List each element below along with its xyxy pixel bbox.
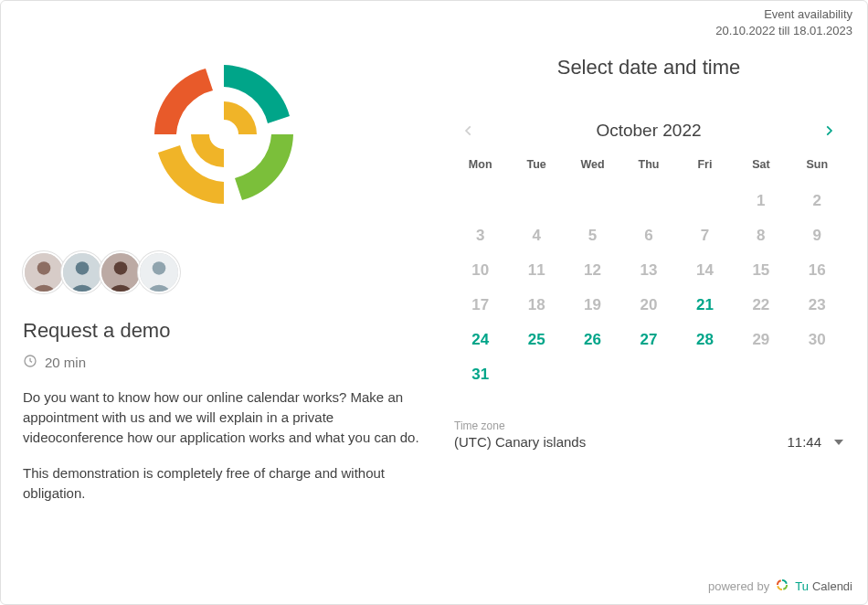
description-p1: Do you want to know how our online calen…: [23, 387, 425, 447]
calendar-day-unavailable: 7: [677, 218, 733, 253]
availability-range: 20.10.2022 till 18.01.2023: [715, 23, 852, 39]
calendar-day-unavailable: 6: [620, 218, 676, 253]
calendar-week: 17181920212223: [452, 288, 845, 323]
calendar-day-unavailable: 8: [733, 218, 789, 253]
calendar-day-unavailable: [733, 357, 789, 392]
next-month-button[interactable]: [814, 116, 843, 145]
description-p2: This demonstration is completely free of…: [23, 463, 425, 504]
availability-label: Event availability: [715, 6, 852, 23]
calendar-day-available[interactable]: 21: [677, 288, 733, 323]
calendar-day-available[interactable]: 25: [508, 323, 564, 357]
chevron-left-icon: [462, 124, 475, 137]
clock-logo-icon: [132, 43, 315, 226]
powered-by-footer[interactable]: powered by TuCalendi: [708, 578, 852, 595]
calendar-day-available[interactable]: 24: [452, 323, 508, 357]
brand-name: TuCalendi: [795, 579, 852, 593]
calendar-day-unavailable: [620, 357, 676, 392]
select-heading: Select date and time: [452, 56, 845, 80]
calendar-day-available[interactable]: 26: [565, 323, 620, 357]
calendar-day-unavailable: 4: [508, 218, 564, 253]
clock-icon: [23, 354, 37, 371]
calendar-day-unavailable: 18: [508, 288, 564, 323]
calendar-day-unavailable: [452, 184, 508, 218]
calendar-day-unavailable: [677, 184, 733, 218]
brand-mark-icon: [775, 578, 789, 595]
availability-block: Event availability 20.10.2022 till 18.01…: [715, 6, 852, 38]
calendar-day-unavailable: 14: [677, 253, 733, 288]
calendar-day-unavailable: [677, 357, 733, 392]
team-avatars: [23, 251, 425, 293]
calendar-day-unavailable: 9: [789, 218, 845, 253]
event-description: Do you want to know how our online calen…: [23, 387, 425, 504]
weekday-label: Thu: [620, 158, 676, 184]
timezone-time: 11:44: [787, 434, 821, 450]
calendar-day-unavailable: 3: [452, 218, 508, 253]
timezone-block: Time zone (UTC) Canary islands 11:44: [452, 419, 845, 450]
calendar-day-unavailable: 17: [452, 288, 508, 323]
weekday-label: Wed: [565, 158, 620, 184]
calendar-week: 31: [452, 357, 845, 392]
calendar-day-unavailable: [789, 357, 845, 392]
chevron-down-icon: [834, 440, 843, 445]
calendar-day-unavailable: 1: [733, 184, 789, 218]
duration-row: 20 min: [23, 354, 425, 371]
calendar-day-unavailable: 20: [620, 288, 676, 323]
svg-point-7: [153, 261, 166, 275]
weekday-label: Sun: [789, 158, 845, 184]
weekday-label: Fri: [677, 158, 733, 184]
svg-point-5: [114, 261, 128, 275]
weekday-label: Sat: [733, 158, 789, 184]
svg-point-3: [76, 261, 90, 275]
month-label: October 2022: [596, 121, 701, 141]
timezone-label: Time zone: [454, 419, 843, 432]
brand-logo: [23, 43, 425, 226]
calendar-grid: 1234567891011121314151617181920212223242…: [452, 184, 845, 392]
duration-value: 20 min: [45, 355, 86, 370]
timezone-select[interactable]: (UTC) Canary islands 11:44: [454, 434, 843, 450]
calendar-day-unavailable: 2: [789, 184, 845, 218]
date-picker-panel: Select date and time October 2022 MonTue…: [443, 47, 854, 558]
calendar-day-available[interactable]: 28: [677, 323, 733, 357]
avatar: [138, 251, 180, 293]
event-title: Request a demo: [23, 319, 425, 343]
calendar-week: 12: [452, 184, 845, 218]
calendar-day-unavailable: [508, 184, 564, 218]
calendar-day-unavailable: 15: [733, 253, 789, 288]
calendar-day-unavailable: 10: [452, 253, 508, 288]
calendar-day-unavailable: 30: [789, 323, 845, 357]
prev-month-button: [454, 116, 483, 145]
calendar-day-unavailable: 5: [565, 218, 620, 253]
calendar-day-unavailable: 16: [789, 253, 845, 288]
calendar-day-unavailable: 29: [733, 323, 789, 357]
timezone-name: (UTC) Canary islands: [454, 434, 586, 450]
calendar-day-unavailable: 11: [508, 253, 564, 288]
weekday-label: Mon: [452, 158, 508, 184]
svg-point-1: [37, 261, 51, 275]
avatar: [23, 251, 65, 293]
calendar-week: 10111213141516: [452, 253, 845, 288]
calendar-day-unavailable: 12: [565, 253, 620, 288]
calendar-day-unavailable: 22: [733, 288, 789, 323]
calendar-day-unavailable: 19: [565, 288, 620, 323]
calendar-day-unavailable: 23: [789, 288, 845, 323]
chevron-right-icon: [822, 124, 835, 137]
month-nav: October 2022: [452, 116, 845, 145]
powered-by-label: powered by: [708, 579, 769, 593]
weekday-label: Tue: [508, 158, 564, 184]
calendar-day-unavailable: 13: [620, 253, 676, 288]
calendar-day-available[interactable]: 27: [620, 323, 676, 357]
calendar-day-unavailable: [565, 357, 620, 392]
calendar-day-unavailable: [508, 357, 564, 392]
avatar: [61, 251, 103, 293]
event-info-panel: Request a demo 20 min Do you want to kno…: [23, 47, 443, 558]
weekday-header: MonTueWedThuFriSatSun: [452, 158, 845, 184]
calendar-day-unavailable: [565, 184, 620, 218]
calendar-day-unavailable: [620, 184, 676, 218]
calendar-day-available[interactable]: 31: [452, 357, 508, 392]
calendar-week: 3456789: [452, 218, 845, 253]
booking-widget: Event availability 20.10.2022 till 18.01…: [0, 0, 868, 605]
avatar: [100, 251, 142, 293]
calendar-week: 24252627282930: [452, 323, 845, 357]
